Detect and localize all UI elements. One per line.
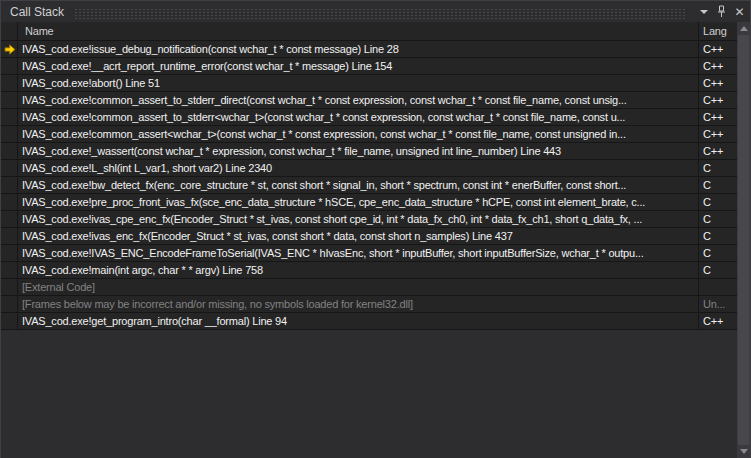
frame-language: C++ <box>698 109 737 125</box>
frame-name: IVAS_cod.exe!__acrt_report_runtime_error… <box>18 58 698 74</box>
call-stack-frame-row[interactable]: IVAS_cod.exe!common_assert_to_stderr<wch… <box>1 109 737 126</box>
frame-indicator-cell <box>1 160 18 176</box>
call-stack-frame-row[interactable]: IVAS_cod.exe!get_program_intro(char __fo… <box>1 313 737 330</box>
header-indicator-column[interactable] <box>1 22 18 40</box>
frame-indicator-cell <box>1 126 18 142</box>
close-icon: ✕ <box>734 5 744 19</box>
call-stack-frame-row[interactable]: IVAS_cod.exe!ivas_cpe_enc_fx(Encoder_Str… <box>1 211 737 228</box>
header-language-column[interactable]: Lang <box>698 22 737 40</box>
call-stack-frame-row[interactable]: IVAS_cod.exe!common_assert<wchar_t>(cons… <box>1 126 737 143</box>
frame-name: IVAS_cod.exe!common_assert<wchar_t>(cons… <box>18 126 698 142</box>
frame-name: IVAS_cod.exe!main(int argc, char * * arg… <box>18 262 698 278</box>
frame-indicator-cell <box>1 109 18 125</box>
frame-indicator-cell <box>1 313 18 329</box>
titlebar-grip-texture <box>74 7 685 19</box>
frame-language: C++ <box>698 92 737 108</box>
frame-language: C++ <box>698 58 737 74</box>
frame-name: IVAS_cod.exe!common_assert_to_stderr<wch… <box>18 109 698 125</box>
frame-language <box>698 279 737 295</box>
scroll-down-button[interactable] <box>737 445 750 458</box>
call-stack-frame-row[interactable]: IVAS_cod.exe!bw_detect_fx(enc_core_struc… <box>1 177 737 194</box>
frame-name: IVAS_cod.exe!ivas_enc_fx(Encoder_Struct … <box>18 228 698 244</box>
frame-language: C++ <box>698 75 737 91</box>
frame-indicator-cell <box>1 245 18 261</box>
callstack-rows: IVAS_cod.exe!issue_debug_notification(co… <box>1 41 737 330</box>
call-stack-frame-row[interactable]: IVAS_cod.exe!IVAS_ENC_EncodeFrameToSeria… <box>1 245 737 262</box>
frame-name: IVAS_cod.exe!bw_detect_fx(enc_core_struc… <box>18 177 698 193</box>
pin-icon <box>716 5 727 18</box>
chevron-down-icon <box>700 10 708 14</box>
tool-window-title: Call Stack <box>10 5 64 19</box>
header-name-column[interactable]: Name <box>18 22 698 40</box>
frame-language: C <box>698 194 737 210</box>
frame-language: C <box>698 245 737 261</box>
frame-indicator-cell <box>1 177 18 193</box>
call-stack-frame-row[interactable]: IVAS_cod.exe!L_shl(int L_var1, short var… <box>1 160 737 177</box>
grid-header-row: Name Lang <box>1 22 737 41</box>
frame-name: IVAS_cod.exe!IVAS_ENC_EncodeFrameToSeria… <box>18 245 698 261</box>
frame-name: IVAS_cod.exe!pre_proc_front_ivas_fx(sce_… <box>18 194 698 210</box>
call-stack-frame-row[interactable]: IVAS_cod.exe!ivas_enc_fx(Encoder_Struct … <box>1 228 737 245</box>
frame-indicator-cell <box>1 92 18 108</box>
frame-language: C++ <box>698 126 737 142</box>
frame-name: IVAS_cod.exe!ivas_cpe_enc_fx(Encoder_Str… <box>18 211 698 227</box>
current-frame-arrow-icon <box>4 44 16 55</box>
frame-language: Un... <box>698 296 737 312</box>
frame-indicator-cell <box>1 296 18 312</box>
call-stack-frame-row[interactable]: IVAS_cod.exe!common_assert_to_stderr_dir… <box>1 92 737 109</box>
frame-name: [External Code] <box>18 279 698 295</box>
call-stack-frame-row[interactable]: IVAS_cod.exe!pre_proc_front_ivas_fx(sce_… <box>1 194 737 211</box>
call-stack-frame-row[interactable]: [External Code] <box>1 279 737 296</box>
frame-indicator-cell <box>1 262 18 278</box>
frame-language: C <box>698 262 737 278</box>
frame-indicator-cell <box>1 143 18 159</box>
close-button[interactable]: ✕ <box>732 4 747 20</box>
call-stack-tool-window: Call Stack ✕ Name Lang <box>0 0 751 458</box>
scroll-up-button[interactable] <box>737 22 750 35</box>
call-stack-frame-row[interactable]: IVAS_cod.exe!issue_debug_notification(co… <box>1 41 737 58</box>
frame-name: IVAS_cod.exe!issue_debug_notification(co… <box>18 41 698 57</box>
call-stack-frame-row[interactable]: IVAS_cod.exe!__acrt_report_runtime_error… <box>1 58 737 75</box>
frame-indicator-cell <box>1 279 18 295</box>
frame-name: IVAS_cod.exe!abort() Line 51 <box>18 75 698 91</box>
frame-indicator-cell <box>1 228 18 244</box>
call-stack-grid: Name Lang IVAS_cod.exe!issue_debug_notif… <box>1 22 737 458</box>
frame-language: C++ <box>698 143 737 159</box>
frame-indicator-cell <box>1 58 18 74</box>
frame-language: C++ <box>698 41 737 57</box>
frame-name: IVAS_cod.exe!get_program_intro(char __fo… <box>18 313 698 329</box>
frame-name: [Frames below may be incorrect and/or mi… <box>18 296 698 312</box>
frame-indicator-cell <box>1 75 18 91</box>
frame-language: C++ <box>698 313 737 329</box>
frame-name: IVAS_cod.exe!common_assert_to_stderr_dir… <box>18 92 698 108</box>
scrollbar-thumb[interactable] <box>738 35 749 445</box>
frame-language: C <box>698 177 737 193</box>
frame-name: IVAS_cod.exe!_wassert(const wchar_t * ex… <box>18 143 698 159</box>
frame-name: IVAS_cod.exe!L_shl(int L_var1, short var… <box>18 160 698 176</box>
frame-language: C <box>698 211 737 227</box>
frame-indicator-cell <box>1 194 18 210</box>
auto-hide-pin-button[interactable] <box>714 4 729 20</box>
frame-language: C <box>698 228 737 244</box>
window-position-button[interactable] <box>696 4 711 20</box>
scroll-down-icon <box>740 449 748 454</box>
frame-indicator-cell <box>1 211 18 227</box>
frame-language: C <box>698 160 737 176</box>
call-stack-frame-row[interactable]: IVAS_cod.exe!abort() Line 51 C++ <box>1 75 737 92</box>
call-stack-frame-row[interactable]: IVAS_cod.exe!main(int argc, char * * arg… <box>1 262 737 279</box>
tool-window-titlebar[interactable]: Call Stack ✕ <box>1 1 750 22</box>
vertical-scrollbar[interactable] <box>737 22 750 458</box>
call-stack-frame-row[interactable]: [Frames below may be incorrect and/or mi… <box>1 296 737 313</box>
frame-indicator-cell <box>1 41 18 57</box>
call-stack-frame-row[interactable]: IVAS_cod.exe!_wassert(const wchar_t * ex… <box>1 143 737 160</box>
scroll-up-icon <box>740 26 748 31</box>
